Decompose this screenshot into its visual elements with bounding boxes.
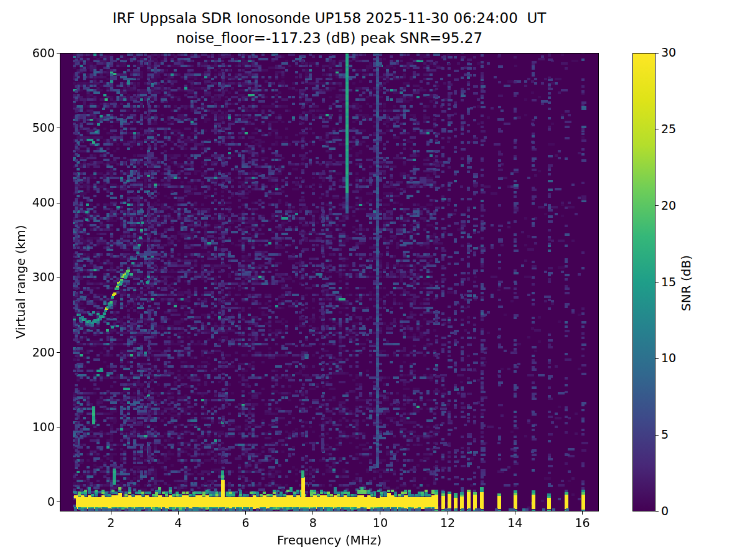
x-tick-mark <box>111 511 111 515</box>
x-tick-label: 12 <box>430 516 465 530</box>
x-tick-label: 6 <box>228 516 263 530</box>
y-tick-label: 600 <box>21 46 55 60</box>
colorbar-tick-label: 10 <box>661 351 690 365</box>
colorbar-tick-label: 5 <box>661 427 690 441</box>
colorbar-tick-mark <box>655 511 659 512</box>
y-tick-label: 400 <box>21 195 55 209</box>
colorbar-tick-label: 30 <box>661 45 690 59</box>
y-tick-mark <box>57 128 60 128</box>
colorbar-tick-label: 25 <box>661 122 690 136</box>
chart-title: IRF Uppsala SDR Ionosonde UP158 2025-11-… <box>60 10 599 26</box>
x-tick-label: 2 <box>93 516 128 530</box>
y-tick-mark <box>57 53 60 54</box>
x-tick-mark <box>178 511 179 515</box>
x-axis-label: Frequency (MHz) <box>60 533 599 548</box>
colorbar-label: SNR (dB) <box>679 224 693 342</box>
x-tick-mark <box>380 511 380 515</box>
x-tick-mark <box>582 511 583 515</box>
colorbar-tick-label: 0 <box>661 504 690 518</box>
x-tick-mark <box>515 511 515 515</box>
x-tick-label: 16 <box>565 516 599 530</box>
y-tick-label: 0 <box>21 495 55 508</box>
x-tick-label: 4 <box>161 516 195 530</box>
y-tick-mark <box>57 502 60 502</box>
colorbar-tick-mark <box>655 358 659 359</box>
colorbar-tick-mark <box>655 205 659 206</box>
x-tick-label: 10 <box>363 516 398 530</box>
y-tick-mark <box>57 278 60 278</box>
y-tick-label: 200 <box>21 345 55 359</box>
chart-subtitle: noise_floor=-117.23 (dB) peak SNR=95.27 <box>60 30 599 46</box>
x-tick-label: 8 <box>296 516 331 530</box>
ionogram-heatmap <box>60 53 599 511</box>
x-tick-mark <box>245 511 246 515</box>
y-tick-mark <box>57 203 60 203</box>
colorbar-tick-mark <box>655 53 659 54</box>
y-tick-label: 100 <box>21 420 55 434</box>
colorbar-tick-mark <box>655 435 659 436</box>
x-tick-label: 14 <box>497 516 532 530</box>
x-tick-mark <box>448 511 448 515</box>
colorbar-tick-label: 20 <box>661 198 690 212</box>
colorbar-tick-mark <box>655 282 659 282</box>
x-tick-mark <box>312 511 313 515</box>
y-tick-mark <box>57 352 60 353</box>
y-tick-label: 500 <box>21 121 55 134</box>
colorbar <box>632 53 655 511</box>
colorbar-tick-mark <box>655 129 659 129</box>
y-tick-mark <box>57 427 60 427</box>
y-axis-label: Virtual range (km) <box>13 223 28 341</box>
